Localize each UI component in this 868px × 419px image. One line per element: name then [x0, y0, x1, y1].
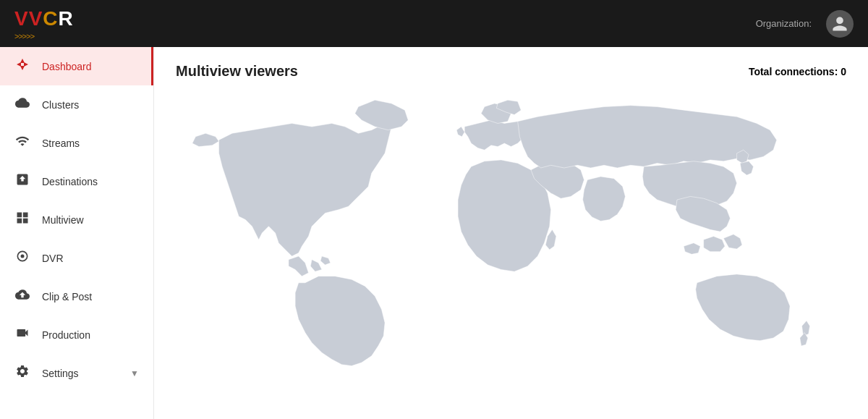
- total-connections-value: 0: [841, 66, 846, 77]
- logo-vv: VV: [14, 7, 43, 30]
- sidebar-item-multiview[interactable]: Multiview: [0, 200, 153, 239]
- sidebar-label-dvr: DVR: [42, 253, 64, 264]
- content-header: Multiview viewers Total connections: 0: [154, 47, 868, 87]
- content-area: Multiview viewers Total connections: 0: [154, 47, 868, 419]
- avatar[interactable]: [826, 10, 854, 38]
- logo-arrows: >>>>>: [14, 32, 74, 41]
- svg-point-1: [21, 255, 25, 258]
- sidebar-label-dashboard: Dashboard: [42, 61, 92, 72]
- clippost-icon: [14, 287, 30, 305]
- production-icon: [14, 326, 30, 344]
- sidebar-item-production[interactable]: Production: [0, 316, 153, 354]
- clusters-icon: [14, 96, 30, 114]
- streams-icon: [14, 134, 30, 152]
- total-connections-label: Total connections:: [749, 66, 838, 77]
- destinations-icon: [14, 172, 30, 190]
- sidebar-label-multiview: Multiview: [42, 214, 84, 226]
- sidebar-label-production: Production: [42, 329, 90, 341]
- sidebar-item-destinations[interactable]: Destinations: [0, 162, 153, 200]
- settings-icon: [14, 364, 30, 382]
- main-layout: Dashboard Clusters Streams Destinations: [0, 47, 868, 419]
- sidebar-label-clusters: Clusters: [42, 99, 79, 111]
- logo-c: C: [43, 7, 58, 30]
- sidebar-label-streams: Streams: [42, 137, 80, 149]
- topbar-right: Organization:: [756, 10, 854, 38]
- total-connections: Total connections: 0: [749, 66, 846, 77]
- dashboard-icon: [14, 57, 30, 75]
- sidebar: Dashboard Clusters Streams Destinations: [0, 47, 154, 419]
- sidebar-item-settings[interactable]: Settings ▼: [0, 354, 153, 392]
- logo-r: R: [59, 7, 74, 30]
- sidebar-label-settings: Settings: [42, 368, 79, 379]
- sidebar-item-dvr[interactable]: DVR: [0, 239, 153, 277]
- org-label: Organization:: [756, 18, 812, 29]
- sidebar-label-clippost: Clip & Post: [42, 291, 92, 302]
- world-map-container: [154, 87, 868, 419]
- logo: VVCR >>>>>: [14, 7, 74, 41]
- sidebar-item-clusters[interactable]: Clusters: [0, 85, 153, 124]
- topbar: VVCR >>>>> Organization:: [0, 0, 868, 47]
- world-map: [154, 87, 868, 419]
- sidebar-item-clippost[interactable]: Clip & Post: [0, 277, 153, 316]
- multiview-icon: [14, 211, 30, 229]
- dvr-icon: [14, 249, 30, 267]
- chevron-down-icon: ▼: [130, 368, 139, 378]
- sidebar-item-dashboard[interactable]: Dashboard: [0, 47, 153, 85]
- sidebar-item-streams[interactable]: Streams: [0, 124, 153, 162]
- sidebar-label-destinations: Destinations: [42, 176, 98, 187]
- page-title: Multiview viewers: [176, 63, 298, 80]
